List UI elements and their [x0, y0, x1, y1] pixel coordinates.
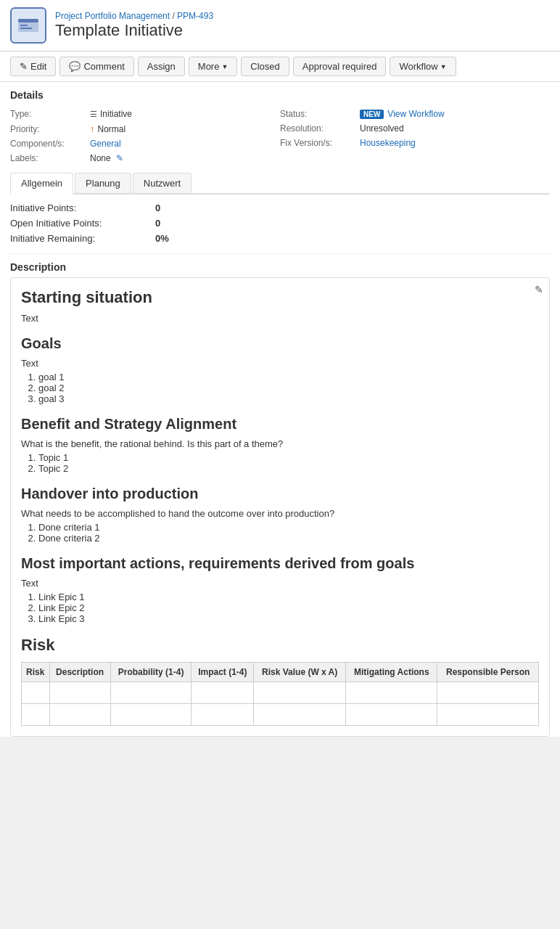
breadcrumb-issue-link[interactable]: PPM-493 [177, 11, 213, 21]
risk-col-risk: Risk [22, 663, 50, 682]
comment-icon: 💬 [69, 61, 81, 72]
logo-icon [16, 13, 41, 38]
labels-row: Labels: None ✎ [10, 151, 280, 165]
priority-value: ↑ Normal [90, 123, 125, 134]
risk-row-1-risk [22, 682, 50, 704]
goals-text: Text [21, 358, 539, 369]
fix-version-value[interactable]: Housekeeping [360, 138, 416, 148]
done-criteria-1: Done criteria 1 [38, 522, 539, 533]
toolbar: ✎ Edit 💬 Comment Assign More ▼ Closed Ap… [0, 52, 560, 82]
status-badge: NEW [360, 110, 384, 119]
breadcrumb-ppm-link[interactable]: Project Portfolio Management [55, 11, 170, 21]
benefit-heading: Benefit and Strategy Alignment [21, 416, 539, 433]
topic-2: Topic 2 [38, 463, 539, 474]
fix-version-row: Fix Version/s: Housekeeping [280, 136, 550, 150]
risk-col-prob: Probability (1-4) [110, 663, 192, 682]
link-epic-3: Link Epic 3 [38, 613, 539, 624]
workflow-button[interactable]: Workflow ▼ [390, 57, 456, 76]
risk-row-1-prob [110, 682, 192, 704]
topic-1: Topic 1 [38, 452, 539, 463]
actions-text: Text [21, 578, 539, 589]
svg-rect-1 [18, 19, 38, 22]
fix-version-label: Fix Version/s: [280, 138, 360, 148]
risk-table: Risk Description Probability (1-4) Impac… [21, 662, 539, 726]
risk-row-2-desc [49, 704, 110, 726]
goal-3: goal 3 [38, 393, 539, 404]
risk-col-desc: Description [49, 663, 110, 682]
topics-list: Topic 1 Topic 2 [38, 452, 539, 474]
app-logo [10, 7, 46, 44]
links-list: Link Epic 1 Link Epic 2 Link Epic 3 [38, 592, 539, 624]
actions-heading: Most important actions, requirements der… [21, 555, 539, 572]
initiative-points-row: Initiative Points: 0 [10, 200, 550, 216]
risk-col-responsible: Responsible Person [437, 663, 539, 682]
risk-col-impact: Impact (1-4) [192, 663, 254, 682]
details-left: Type: ☰ Initiative Priority: ↑ Normal Co… [10, 107, 280, 165]
priority-row: Priority: ↑ Normal [10, 121, 280, 136]
initiative-points-value: 0 [155, 202, 160, 213]
closed-button[interactable]: Closed [241, 57, 289, 76]
svg-rect-2 [20, 25, 28, 26]
details-right: Status: NEW View Workflow Resolution: Un… [280, 107, 550, 165]
goals-list: goal 1 goal 2 goal 3 [38, 372, 539, 404]
description-edit-icon[interactable]: ✎ [535, 284, 543, 295]
type-label: Type: [10, 109, 90, 119]
link-epic-2: Link Epic 2 [38, 602, 539, 613]
done-list: Done criteria 1 Done criteria 2 [38, 522, 539, 544]
initiative-remaining-row: Initiative Remaining: 0% [10, 231, 550, 246]
component-row: Component/s: General [10, 136, 280, 151]
tab-nutzwert[interactable]: Nutzwert [133, 173, 192, 193]
approval-button[interactable]: Approval required [293, 57, 387, 76]
type-value: ☰ Initiative [90, 109, 132, 119]
breadcrumb: Project Portfolio Management / PPM-493 [55, 11, 213, 21]
risk-row-1-desc [49, 682, 110, 704]
risk-col-mitigation: Mitigating Actions [346, 663, 437, 682]
risk-title: Risk [21, 636, 539, 655]
status-label: Status: [280, 109, 360, 119]
page-title: Template Initiative [55, 21, 213, 40]
starting-situation-heading: Starting situation [21, 288, 539, 307]
link-epic-1: Link Epic 1 [38, 592, 539, 602]
header: Project Portfolio Management / PPM-493 T… [0, 0, 560, 52]
initiative-remaining-value: 0% [155, 233, 169, 244]
edit-button[interactable]: ✎ Edit [10, 57, 56, 76]
labels-label: Labels: [10, 153, 90, 163]
tab-allgemein[interactable]: Allgemein [10, 173, 73, 195]
svg-rect-3 [20, 28, 32, 29]
initiative-remaining-label: Initiative Remaining: [10, 233, 155, 244]
resolution-row: Resolution: Unresolved [280, 121, 550, 136]
comment-button[interactable]: 💬 Comment [59, 57, 133, 76]
goals-heading: Goals [21, 335, 539, 352]
details-section: Details Type: ☰ Initiative Priority: ↑ N… [0, 82, 560, 165]
open-initiative-points-label: Open Initiative Points: [10, 218, 155, 229]
workflow-caret-icon: ▼ [440, 63, 447, 70]
open-initiative-points-value: 0 [155, 218, 160, 229]
assign-button[interactable]: Assign [138, 57, 185, 76]
tabs-container: Allgemein Planung Nutzwert Initiative Po… [0, 165, 560, 253]
tab-planung[interactable]: Planung [75, 173, 131, 193]
status-value: NEW View Workflow [360, 109, 445, 119]
risk-row-2-value [254, 704, 346, 726]
done-criteria-2: Done criteria 2 [38, 533, 539, 544]
more-button[interactable]: More ▼ [189, 57, 238, 76]
view-workflow-link[interactable]: View Workflow [387, 109, 444, 119]
handover-heading: Handover into production [21, 486, 539, 502]
risk-row-2-risk [22, 704, 50, 726]
labels-edit-icon[interactable]: ✎ [116, 153, 123, 163]
risk-row-1-responsible [437, 682, 539, 704]
component-value[interactable]: General [90, 139, 121, 149]
risk-row-1 [22, 682, 539, 704]
risk-row-2-prob [110, 704, 192, 726]
goal-1: goal 1 [38, 372, 539, 382]
main-content: Details Type: ☰ Initiative Priority: ↑ N… [0, 82, 560, 737]
header-text-group: Project Portfolio Management / PPM-493 T… [55, 11, 213, 40]
priority-icon: ↑ [90, 123, 95, 134]
type-icon: ☰ [90, 110, 97, 119]
details-header: Details [10, 89, 550, 101]
risk-row-2-impact [192, 704, 254, 726]
risk-row-1-value [254, 682, 346, 704]
risk-row-1-impact [192, 682, 254, 704]
benefit-text: What is the benefit, the rational behind… [21, 438, 539, 449]
component-label: Component/s: [10, 139, 90, 149]
tabs-bar: Allgemein Planung Nutzwert [10, 173, 550, 195]
